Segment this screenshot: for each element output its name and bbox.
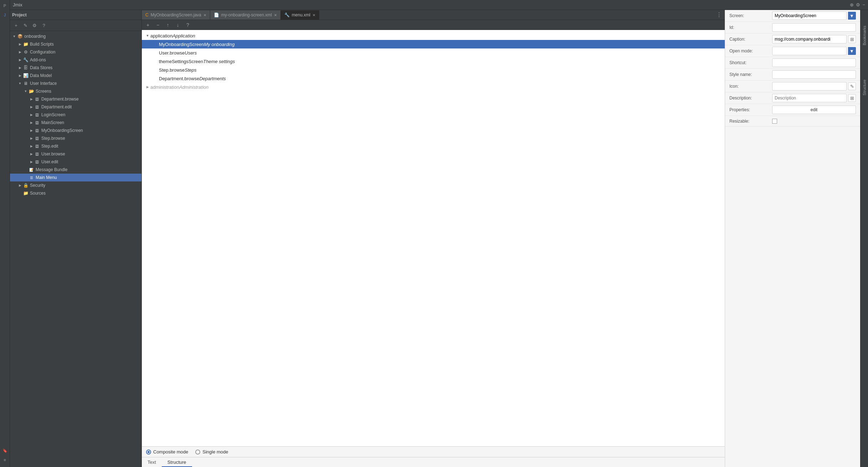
screens-icon: 📂	[29, 88, 34, 94]
right-panel-tabs: Bookmarks Structure	[860, 10, 868, 467]
menu-item-theme[interactable]: ▶ themeSettingsScreen Theme settings	[142, 57, 725, 66]
tab-java-label: MyOnboardingScreen.java	[151, 12, 201, 17]
tree-item-security[interactable]: ▶ 🔒 Security	[10, 181, 141, 189]
style-name-value-container	[772, 70, 856, 79]
search-icon[interactable]: ⊕	[850, 2, 854, 7]
tree-root-onboarding[interactable]: ▼ 📦 onboarding	[10, 32, 141, 40]
open-mode-dropdown-btn[interactable]: ▼	[848, 47, 856, 55]
minimize-icon[interactable]: −	[862, 2, 865, 7]
icon-input[interactable]	[772, 82, 847, 91]
description-input[interactable]	[772, 94, 847, 102]
step-browse-label: Step.browse	[41, 136, 65, 141]
properties-label: Properties:	[729, 107, 772, 112]
tree-item-main-menu[interactable]: ▶ ☰ Main Menu	[10, 174, 141, 181]
menu-item-application[interactable]: ▼ application Application	[142, 31, 725, 40]
user-browse-display-label: Users	[185, 50, 197, 56]
menu-item-administration[interactable]: ▶ administration Administration	[142, 83, 725, 91]
tab-java[interactable]: C MyOnboardingScreen.java ✕	[142, 10, 210, 20]
addons-icon: 🔧	[23, 57, 29, 63]
bookmarks-tab-label[interactable]: Bookmarks	[862, 24, 867, 47]
tree-item-screens[interactable]: ▼ 📂 Screens	[10, 87, 141, 95]
description-icon-btn[interactable]: ⊞	[848, 94, 856, 102]
add-node-button[interactable]: +	[144, 21, 152, 29]
caption-icon-btn[interactable]: ⊞	[848, 35, 856, 43]
single-mode-label: Single mode	[202, 449, 228, 455]
shortcut-input[interactable]	[772, 58, 856, 67]
tab-menu[interactable]: 🔧 menu.xml ✕	[281, 10, 319, 20]
tree-item-user-edit[interactable]: ▶ 🖼 User.edit	[10, 158, 141, 166]
administration-id-label: administration	[150, 84, 179, 90]
tab-java-close[interactable]: ✕	[203, 13, 206, 17]
tree-item-configuration[interactable]: ▶ ⚙ Configuration	[10, 48, 141, 56]
tree-item-message-bundle[interactable]: ▶ 📝 Message Bundle	[10, 166, 141, 174]
step-edit-arrow: ▶	[29, 143, 34, 149]
properties-edit-button[interactable]: edit	[772, 106, 856, 114]
prop-row-id: Id:	[725, 22, 860, 34]
tree-item-data-model[interactable]: ▶ 📊 Data Model	[10, 72, 141, 79]
menu-item-user-browse[interactable]: ▶ User.browse Users	[142, 48, 725, 57]
properties-panel: Screen: ▼ Id: Caption:	[725, 10, 860, 467]
move-down-button[interactable]: ↓	[174, 21, 182, 29]
menu-item-my-onboarding[interactable]: ▶ MyOnboardingScreen My onboarding	[142, 40, 725, 48]
move-up-button[interactable]: ↑	[164, 21, 172, 29]
tree-item-user-browse[interactable]: ▶ 🖼 User.browse	[10, 150, 141, 158]
edit-item-button[interactable]: ✎	[21, 21, 29, 29]
tree-item-dept-edit[interactable]: ▶ 🖼 Department.edit	[10, 103, 141, 111]
resizable-checkbox[interactable]	[772, 119, 777, 124]
tree-item-data-stores[interactable]: ▶ 🗄 Data Stores	[10, 64, 141, 72]
menu-item-step-browse[interactable]: ▶ Step.browse Steps	[142, 66, 725, 74]
description-label: Description:	[729, 96, 772, 101]
screen-dropdown-btn[interactable]: ▼	[848, 12, 856, 20]
menu-item-dept-browse[interactable]: ▶ Department.browse Departments	[142, 74, 725, 83]
tabs-more-button[interactable]: ⋮	[713, 11, 725, 18]
help-editor-button[interactable]: ?	[184, 21, 192, 29]
screen-input[interactable]	[772, 11, 847, 20]
single-mode-option[interactable]: Single mode	[195, 449, 228, 455]
project-icon[interactable]: P	[1, 1, 9, 10]
tree-item-addons[interactable]: ▶ 🔧 Add-ons	[10, 56, 141, 64]
structure-bottom-icon[interactable]: ≡	[1, 456, 9, 464]
add-item-button[interactable]: +	[12, 21, 20, 29]
application-arrow: ▼	[145, 34, 150, 37]
theme-display-label: Theme settings	[203, 59, 235, 64]
settings-item-button[interactable]: ⚙	[31, 21, 38, 29]
composite-mode-option[interactable]: Composite mode	[146, 449, 188, 455]
step-edit-label: Step.edit	[41, 144, 58, 149]
tree-item-build-scripts[interactable]: ▶ 📁 Build Scripts	[10, 40, 141, 48]
tab-menu-close[interactable]: ✕	[312, 13, 315, 17]
tree-item-user-interface[interactable]: ▼ 🖥 User Interface	[10, 79, 141, 87]
open-mode-input[interactable]	[772, 47, 847, 55]
style-name-input[interactable]	[772, 70, 856, 79]
tree-item-step-edit[interactable]: ▶ 🖼 Step.edit	[10, 142, 141, 150]
bookmarks-icon[interactable]: 🔖	[1, 446, 9, 455]
user-browse-icon: 🖼	[34, 151, 40, 157]
tree-item-step-browse[interactable]: ▶ 🖼 Step.browse	[10, 134, 141, 142]
help-button[interactable]: ?	[40, 21, 48, 29]
tree-item-myonboarding[interactable]: ▶ 🖼 MyOnboardingScreen	[10, 127, 141, 134]
dept-browse-arrow: ▶	[29, 96, 34, 102]
screens-arrow: ▼	[23, 88, 29, 94]
tab-text[interactable]: Text	[142, 458, 162, 467]
remove-node-button[interactable]: −	[154, 21, 162, 29]
icon-edit-btn[interactable]: ✎	[848, 82, 856, 90]
tree-item-login[interactable]: ▶ 🖼 LoginScreen	[10, 111, 141, 119]
tree-item-mainscreen[interactable]: ▶ 🖼 MainScreen	[10, 119, 141, 127]
tab-xml-icon: 📄	[214, 12, 219, 17]
tabs-bar: C MyOnboardingScreen.java ✕ 📄 my-onboard…	[142, 10, 725, 20]
jmix-icon[interactable]: J	[1, 11, 9, 19]
tree-item-dept-browse[interactable]: ▶ 🖼 Department.browse	[10, 95, 141, 103]
step-browse-icon: 🖼	[34, 135, 40, 141]
single-radio[interactable]	[195, 450, 200, 455]
settings-icon[interactable]: ⚙	[856, 2, 860, 7]
structure-tab-label[interactable]: Structure	[862, 78, 867, 97]
tab-xml[interactable]: 📄 my-onboarding-screen.xml ✕	[210, 10, 281, 20]
main-container: Jmix ⊕ ⚙ − Project + ✎ ⚙ ?	[10, 0, 868, 467]
tab-structure[interactable]: Structure	[162, 458, 192, 467]
tab-xml-close[interactable]: ✕	[274, 13, 277, 17]
caption-input[interactable]	[772, 35, 847, 43]
mainscreen-label: MainScreen	[41, 120, 64, 125]
composite-radio[interactable]	[146, 450, 151, 455]
tree-item-sources[interactable]: ▶ 📁 Sources	[10, 189, 141, 197]
id-input[interactable]	[772, 23, 856, 32]
configuration-arrow: ▶	[17, 49, 23, 55]
